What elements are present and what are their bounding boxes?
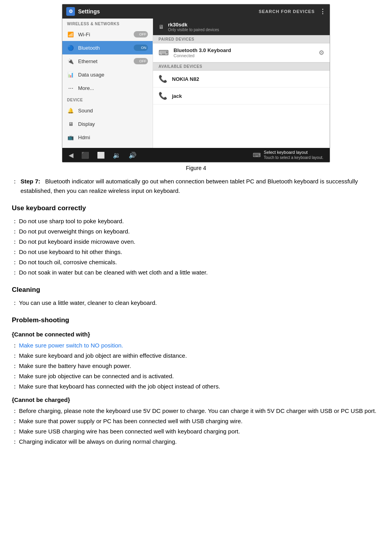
sidebar-item-datausage[interactable]: 📊 Data usage xyxy=(62,68,153,81)
keyboard-layout-sub: Touch to select a keyboard layout. xyxy=(264,155,323,160)
list-item: ：Make sure the battery have enough power… xyxy=(12,361,380,371)
use-keyboard-heading: Use keyboard correctly xyxy=(12,203,380,213)
step7-row: ： Step 7: Bluetooth indicator will autom… xyxy=(12,177,380,196)
more-label: More... xyxy=(78,85,94,91)
power-switch-link[interactable]: Make sure power switch to NO position. xyxy=(19,341,123,350)
app-title: Settings xyxy=(78,8,100,15)
available-device-nokia[interactable]: 📞 NOKIA N82 xyxy=(153,71,330,88)
list-item: ：Do not touch oil, corrosive chemicals. xyxy=(12,258,380,267)
sound-label: Sound xyxy=(78,108,93,114)
available-device-jack[interactable]: 📞 jack xyxy=(153,88,330,105)
cannot-connect-list: ：Make sure power switch to NO position. … xyxy=(12,341,380,391)
step7-label: Step 7: Bluetooth indicator will automat… xyxy=(21,177,380,196)
ethernet-toggle[interactable]: OFF xyxy=(134,58,148,64)
device-info: rk30sdk Only visible to paired devices xyxy=(168,22,219,32)
settings-body: WIRELESS & NETWORKS 📶 Wi-Fi OFF 🔵 Blueto… xyxy=(62,19,330,148)
keyboard-layout-icon: ⌨ xyxy=(253,152,261,158)
list-item: ：Make sure keyboard and job object are w… xyxy=(12,351,380,360)
device-header: 🖥 rk30sdk Only visible to paired devices xyxy=(153,19,330,35)
datausage-label: Data usage xyxy=(78,72,105,78)
android-settings: ⚙ Settings SEARCH FOR DEVICES ⋮ WIRELESS… xyxy=(62,4,330,162)
paired-device-name: Bluetooth 3.0 Keyboard xyxy=(174,47,231,53)
list-item: ：Before charging, please note the keyboa… xyxy=(12,406,380,416)
available-devices-label: AVAILABLE DEVICES xyxy=(153,62,330,71)
nokia-name: NOKIA N82 xyxy=(172,76,199,82)
sidebar-item-sound[interactable]: 🔔 Sound xyxy=(62,104,153,117)
cannot-charge-list: ：Before charging, please note the keyboa… xyxy=(12,406,380,446)
title-bar: ⚙ Settings SEARCH FOR DEVICES ⋮ xyxy=(62,4,330,19)
cleaning-heading: Cleaning xyxy=(12,284,380,295)
keyboard-icon: ⌨ xyxy=(159,49,169,57)
device-monitor-icon: 🖥 xyxy=(159,24,164,30)
main-panel: 🖥 rk30sdk Only visible to paired devices… xyxy=(153,19,330,148)
cleaning-list: ：You can use a little water, cleaner to … xyxy=(12,298,380,308)
sound-icon: 🔔 xyxy=(67,107,74,114)
device-section-label: DEVICE xyxy=(62,95,153,104)
step7-bullet: ： xyxy=(12,177,21,196)
list-item: ：Make sure that keyboard has connected w… xyxy=(12,382,380,391)
figure-caption: Figure 4 xyxy=(0,165,392,171)
phone-icon-jack: 📞 xyxy=(159,92,167,100)
document-content: ： Step 7: Bluetooth indicator will autom… xyxy=(0,177,392,462)
use-keyboard-list: ：Do not use sharp tool to poke keyboard.… xyxy=(12,217,380,277)
list-item: ：Make sure USB charging wire has been co… xyxy=(12,427,380,436)
sidebar-item-display[interactable]: 🖥 Display xyxy=(62,117,153,131)
volume-up-button[interactable]: 🔊 xyxy=(129,151,136,159)
device-subtitle: Only visible to paired devices xyxy=(168,28,219,32)
search-for-devices-button[interactable]: SEARCH FOR DEVICES xyxy=(259,9,315,14)
home-button[interactable]: ⬛ xyxy=(81,151,89,159)
list-item: ：Do not put overweight things on keyboar… xyxy=(12,227,380,236)
device-settings-icon[interactable]: ⚙ xyxy=(319,49,324,56)
list-item: ：Do not use sharp tool to poke keyboard. xyxy=(12,217,380,226)
back-button[interactable]: ◀ xyxy=(69,151,73,159)
sidebar-item-bluetooth[interactable]: 🔵 Bluetooth ON xyxy=(62,41,153,54)
bluetooth-icon: 🔵 xyxy=(67,44,74,51)
wireless-networks-label: WIRELESS & NETWORKS xyxy=(62,19,153,28)
paired-device-status: Connected xyxy=(174,53,231,58)
problem-shooting-heading: Problem-shooting xyxy=(12,315,380,325)
list-item: ：Do not put keyboard inside microwave ov… xyxy=(12,237,380,247)
sidebar-item-hdmi[interactable]: 📺 Hdmi xyxy=(62,131,153,144)
jack-info: jack xyxy=(172,93,182,99)
more-icon: ⋯ xyxy=(67,84,74,92)
bluetooth-toggle[interactable]: ON xyxy=(134,45,148,51)
list-item: ：Do not soak in water but can be cleaned… xyxy=(12,268,380,277)
paired-device-info: Bluetooth 3.0 Keyboard Connected xyxy=(174,47,231,58)
device-name: rk30sdk xyxy=(168,22,219,28)
wifi-label: Wi-Fi xyxy=(78,32,90,37)
more-options-icon[interactable]: ⋮ xyxy=(319,8,326,15)
datausage-icon: 📊 xyxy=(67,71,74,78)
keyboard-layout-text: Select keyboard layout Touch to select a… xyxy=(264,150,323,160)
cannot-charge-heading: {Cannot be charged} xyxy=(12,395,380,405)
list-item: ：Make sure that power supply or PC has b… xyxy=(12,416,380,426)
paired-device-item[interactable]: ⌨ Bluetooth 3.0 Keyboard Connected ⚙ xyxy=(153,43,330,62)
list-item: ：Make sure job objective can be connecte… xyxy=(12,372,380,381)
display-label: Display xyxy=(78,121,95,127)
hdmi-label: Hdmi xyxy=(78,134,90,140)
keyboard-layout-main: Select keyboard layout xyxy=(264,150,323,155)
sidebar: WIRELESS & NETWORKS 📶 Wi-Fi OFF 🔵 Blueto… xyxy=(62,19,153,148)
sidebar-item-ethernet[interactable]: 🔌 Ethernet OFF xyxy=(62,54,153,68)
cannot-charge-section: {Cannot be charged} ：Before charging, pl… xyxy=(12,395,380,446)
ethernet-label: Ethernet xyxy=(78,58,97,64)
keyboard-layout-section[interactable]: ⌨ Select keyboard layout Touch to select… xyxy=(253,150,323,160)
list-item: ：Make sure power switch to NO position. xyxy=(12,341,380,350)
display-icon: 🖥 xyxy=(67,120,74,127)
bluetooth-label: Bluetooth xyxy=(78,45,100,51)
nokia-info: NOKIA N82 xyxy=(172,76,199,82)
list-item: ：You can use a little water, cleaner to … xyxy=(12,298,380,308)
wifi-toggle[interactable]: OFF xyxy=(134,31,148,37)
settings-app-icon: ⚙ xyxy=(66,7,75,16)
cannot-connect-section: {Cannot be connected with} ：Make sure po… xyxy=(12,330,380,391)
hdmi-icon: 📺 xyxy=(67,134,74,141)
cannot-connect-heading: {Cannot be connected with} xyxy=(12,330,380,339)
volume-down-button[interactable]: 🔉 xyxy=(113,151,121,159)
paired-devices-label: PAIRED DEVICES xyxy=(153,35,330,43)
sidebar-item-wifi[interactable]: 📶 Wi-Fi OFF xyxy=(62,28,153,41)
bottom-bar: ◀ ⬛ ⬜ 🔉 🔊 ⌨ Select keyboard layout Touch… xyxy=(62,148,330,162)
sidebar-item-more[interactable]: ⋯ More... xyxy=(62,81,153,95)
jack-name: jack xyxy=(172,93,182,99)
recents-button[interactable]: ⬜ xyxy=(97,151,105,159)
list-item: ：Do not use keyboard to hit other things… xyxy=(12,247,380,257)
screenshot-container: ⚙ Settings SEARCH FOR DEVICES ⋮ WIRELESS… xyxy=(62,4,330,162)
